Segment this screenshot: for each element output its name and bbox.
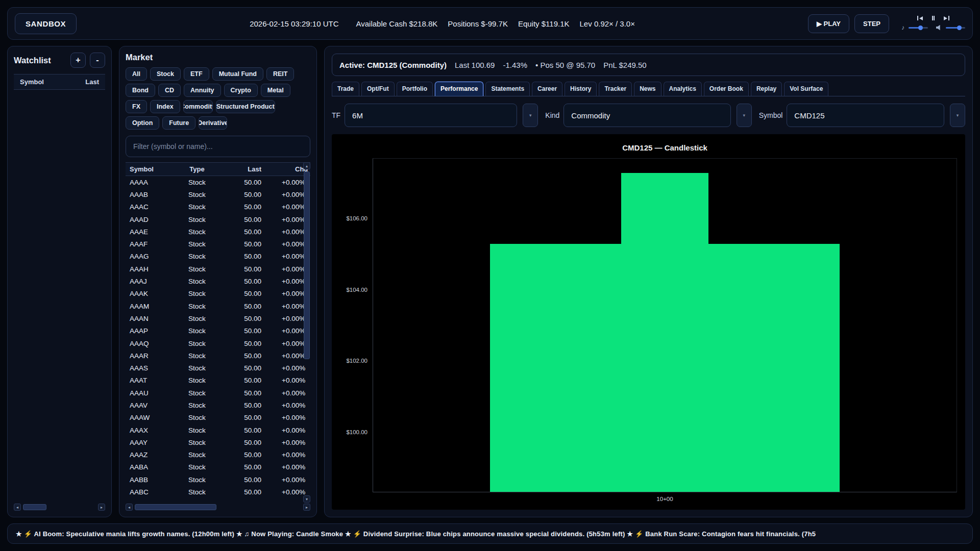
step-button[interactable]: STEP: [854, 14, 889, 33]
pause-icon[interactable]: [932, 16, 935, 20]
table-row[interactable]: AAAFStock50.00+0.00%: [126, 238, 310, 250]
table-row[interactable]: AABCStock50.00+0.00%: [126, 486, 310, 498]
table-row[interactable]: AAADStock50.00+0.00%: [126, 213, 310, 226]
cell-last: 50.00: [217, 352, 263, 360]
tf-dropdown-button[interactable]: ▾: [523, 104, 538, 127]
chip-index[interactable]: Index: [150, 100, 180, 113]
table-row[interactable]: AAACStock50.00+0.00%: [126, 201, 310, 213]
chip-metal[interactable]: Metal: [261, 84, 290, 97]
chip-future[interactable]: Future: [162, 116, 195, 130]
table-row[interactable]: AAAKStock50.00+0.00%: [126, 288, 310, 300]
chip-all[interactable]: All: [126, 67, 147, 81]
chart-controls: TF 6M ▾ Kind Commodity ▾ Symbol CMD125 ▾: [332, 104, 965, 127]
tab-order-book[interactable]: Order Book: [704, 82, 749, 96]
table-row[interactable]: AAABStock50.00+0.00%: [126, 188, 310, 201]
scroll-right-icon[interactable]: ▸: [98, 504, 105, 511]
tab-vol-surface[interactable]: Vol Surface: [784, 82, 828, 96]
table-row[interactable]: AAAWStock50.00+0.00%: [126, 412, 310, 424]
cell-last: 50.00: [217, 290, 263, 297]
kind-select[interactable]: Commodity: [564, 104, 730, 127]
tab-replay[interactable]: Replay: [751, 82, 782, 96]
kind-dropdown-button[interactable]: ▾: [737, 104, 752, 127]
table-row[interactable]: AAAZStock50.00+0.00%: [126, 449, 310, 461]
cell-symbol: AAAX: [126, 427, 177, 434]
table-row[interactable]: AAAXStock50.00+0.00%: [126, 424, 310, 436]
sandbox-logo[interactable]: SANDBOX: [15, 13, 77, 34]
chip-commodity[interactable]: Commodity: [183, 100, 213, 113]
tab-career[interactable]: Career: [532, 82, 562, 96]
table-row[interactable]: AAAUStock50.00+0.00%: [126, 387, 310, 399]
table-row[interactable]: AAAJStock50.00+0.00%: [126, 275, 310, 287]
tf-label: TF: [332, 111, 340, 119]
cell-type: Stock: [177, 203, 217, 211]
table-row[interactable]: AAAVStock50.00+0.00%: [126, 399, 310, 411]
skip-back-icon[interactable]: [917, 16, 923, 20]
main-panel: Active: CMD125 (Commodity) Last 100.69 -…: [324, 46, 973, 517]
chip-crypto[interactable]: Crypto: [224, 84, 258, 97]
table-row[interactable]: AAAAStock50.00+0.00%: [126, 176, 310, 188]
tab-history[interactable]: History: [565, 82, 597, 96]
chip-option[interactable]: Option: [126, 116, 159, 130]
y-tick-label: $100.00: [346, 429, 368, 435]
chip-bond[interactable]: Bond: [126, 84, 155, 97]
table-row[interactable]: AAAYStock50.00+0.00%: [126, 436, 310, 448]
tab-portfolio[interactable]: Portfolio: [397, 82, 433, 96]
table-row[interactable]: AAASStock50.00+0.00%: [126, 362, 310, 374]
symbol-select[interactable]: CMD125: [787, 104, 944, 127]
table-row[interactable]: AAAQStock50.00+0.00%: [126, 337, 310, 349]
chip-derivative[interactable]: Derivative: [199, 116, 227, 130]
chip-etf[interactable]: ETF: [184, 67, 209, 81]
tab-opt-fut[interactable]: Opt/Fut: [361, 82, 395, 96]
watchlist-add-button[interactable]: +: [70, 53, 86, 68]
table-row[interactable]: AAAHStock50.00+0.00%: [126, 263, 310, 275]
chip-stock[interactable]: Stock: [150, 67, 181, 81]
skip-forward-icon[interactable]: [944, 16, 949, 20]
watchlist-hscrollbar[interactable]: ◂ ▸: [14, 504, 105, 511]
tab-trade[interactable]: Trade: [332, 82, 359, 96]
table-row[interactable]: AAANStock50.00+0.00%: [126, 312, 310, 324]
watchlist-remove-button[interactable]: -: [90, 53, 105, 68]
kind-label: Kind: [545, 111, 559, 119]
play-button[interactable]: ▶ PLAY: [808, 14, 849, 33]
tab-news[interactable]: News: [634, 82, 661, 96]
scroll-left-icon[interactable]: ◂: [126, 504, 133, 511]
table-row[interactable]: AABAStock50.00+0.00%: [126, 461, 310, 473]
table-row[interactable]: AABBStock50.00+0.00%: [126, 473, 310, 486]
tab-tracker[interactable]: Tracker: [599, 82, 632, 96]
scroll-up-icon[interactable]: ▴: [303, 162, 310, 169]
table-row[interactable]: AAATStock50.00+0.00%: [126, 374, 310, 387]
scroll-down-icon[interactable]: ▾: [303, 495, 310, 503]
cell-last: 50.00: [217, 240, 263, 248]
table-row[interactable]: AAAMStock50.00+0.00%: [126, 300, 310, 312]
tab-statements[interactable]: Statements: [485, 82, 530, 96]
market-filter-input[interactable]: [126, 136, 310, 157]
cell-last: 50.00: [217, 377, 263, 384]
chip-mutual-fund[interactable]: Mutual Fund: [212, 67, 263, 81]
scroll-left-icon[interactable]: ◂: [14, 504, 21, 511]
symbol-dropdown-button[interactable]: ▾: [950, 104, 965, 127]
table-row[interactable]: AAAPStock50.00+0.00%: [126, 325, 310, 337]
y-tick-label: $106.00: [346, 215, 368, 221]
tab-performance[interactable]: Performance: [435, 82, 483, 96]
market-hscrollbar[interactable]: ◂ ▸: [126, 504, 310, 511]
scroll-right-icon[interactable]: ▸: [303, 504, 310, 511]
active-position: • Pos 50 @ 95.70: [535, 61, 595, 69]
chip-fx[interactable]: FX: [126, 100, 147, 113]
tab-analytics[interactable]: Analytics: [664, 82, 702, 96]
cell-symbol: AAAE: [126, 228, 177, 236]
watchlist-body: [14, 90, 105, 504]
cell-type: Stock: [177, 451, 217, 459]
chip-structured-product[interactable]: Structured Product: [216, 100, 275, 113]
candle-wick: [621, 173, 708, 244]
tf-select[interactable]: 6M: [345, 104, 517, 127]
chip-annuity[interactable]: Annuity: [184, 84, 221, 97]
market-vscrollbar[interactable]: ▴ ▾: [303, 162, 310, 503]
table-row[interactable]: AAAGStock50.00+0.00%: [126, 251, 310, 263]
market-table-body: AAAAStock50.00+0.00%AAABStock50.00+0.00%…: [126, 176, 310, 503]
chip-reit[interactable]: REIT: [266, 67, 294, 81]
table-row[interactable]: AAARStock50.00+0.00%: [126, 349, 310, 362]
table-row[interactable]: AAAEStock50.00+0.00%: [126, 226, 310, 238]
music-volume-slider[interactable]: [909, 25, 928, 30]
chip-cd[interactable]: CD: [158, 84, 181, 97]
sfx-volume-slider[interactable]: [946, 25, 965, 30]
